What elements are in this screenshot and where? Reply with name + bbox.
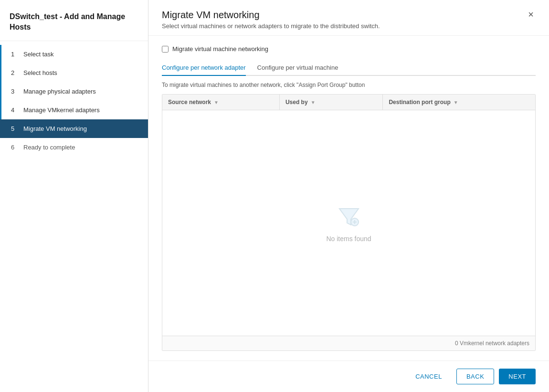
sidebar-nav: 1 Select task 2 Select hosts 3 Manage ph…: [0, 41, 148, 157]
step-num-5: 5: [11, 125, 19, 132]
instruction-text: To migrate virtual machines to another n…: [162, 82, 536, 88]
sidebar-title: DSwitch_test - Add and Manage Hosts: [0, 0, 148, 41]
modal-title: Migrate VM networking: [162, 10, 380, 21]
col-label-dest: Destination port group: [389, 99, 450, 106]
column-used-by: Used by ▼: [280, 95, 383, 110]
cancel-button[interactable]: CANCEL: [406, 369, 452, 384]
step-num-4: 4: [11, 106, 19, 114]
sidebar-item-select-hosts[interactable]: 2 Select hosts: [0, 64, 148, 82]
empty-state-text: No items found: [326, 235, 371, 243]
filter-icon-source[interactable]: ▼: [214, 100, 219, 105]
migrate-vm-checkbox[interactable]: [162, 46, 169, 53]
modal-footer: CANCEL BACK NEXT: [148, 360, 549, 392]
sidebar-item-ready[interactable]: 6 Ready to complete: [0, 138, 148, 157]
sidebar-item-label-4: Manage VMkernel adapters: [23, 106, 100, 114]
sidebar-item-manage-vmkernel[interactable]: 4 Manage VMkernel adapters: [0, 101, 148, 119]
main-window: DSwitch_test - Add and Manage Hosts 1 Se…: [0, 0, 549, 392]
column-destination-port-group: Destination port group ▼: [383, 95, 535, 110]
sidebar-item-migrate-vm[interactable]: 5 Migrate VM networking: [0, 119, 148, 138]
table-header: Source network ▼ Used by ▼ Destination p…: [162, 95, 535, 110]
table-footer: 0 Vmkernel network adapters: [162, 336, 535, 350]
close-button[interactable]: ×: [526, 10, 536, 19]
sidebar-item-label-5: Migrate VM networking: [23, 125, 87, 132]
col-label-source: Source network: [168, 99, 211, 106]
next-button[interactable]: NEXT: [499, 369, 536, 384]
migrate-vm-checkbox-label[interactable]: Migrate virtual machine networking: [172, 45, 268, 53]
sidebar-item-label-3: Manage physical adapters: [23, 88, 96, 95]
modal-header-text: Migrate VM networking Select virtual mac…: [162, 10, 380, 30]
tabs-container: Configure per network adapter Configure …: [162, 60, 536, 76]
col-label-usedby: Used by: [285, 99, 308, 106]
step-num-6: 6: [11, 144, 19, 151]
sidebar-item-select-task[interactable]: 1 Select task: [0, 45, 148, 64]
step-num-2: 2: [11, 69, 19, 76]
checkbox-row: Migrate virtual machine networking: [162, 45, 536, 53]
sidebar-item-label-2: Select hosts: [23, 69, 57, 76]
content-area: Migrate VM networking Select virtual mac…: [148, 0, 549, 392]
sidebar: DSwitch_test - Add and Manage Hosts 1 Se…: [0, 0, 148, 392]
back-button[interactable]: BACK: [456, 369, 494, 384]
step-num-3: 3: [11, 88, 19, 95]
filter-icon-usedby[interactable]: ▼: [311, 100, 316, 105]
table-body-empty: No items found: [162, 110, 535, 336]
sidebar-item-label-1: Select task: [23, 51, 54, 58]
step-num-1: 1: [11, 51, 19, 58]
sidebar-item-label-6: Ready to complete: [23, 144, 75, 151]
empty-state-icon: [337, 204, 361, 230]
tab-per-network-adapter[interactable]: Configure per network adapter: [162, 60, 246, 76]
sidebar-item-manage-physical[interactable]: 3 Manage physical adapters: [0, 82, 148, 101]
tab-per-virtual-machine[interactable]: Configure per virtual machine: [257, 60, 338, 76]
table-container: Source network ▼ Used by ▼ Destination p…: [162, 94, 536, 351]
modal-header: Migrate VM networking Select virtual mac…: [148, 0, 549, 36]
modal-body: Migrate virtual machine networking Confi…: [148, 36, 549, 360]
column-source-network: Source network ▼: [162, 95, 280, 110]
modal-subtitle: Select virtual machines or network adapt…: [162, 22, 380, 30]
filter-icon-dest[interactable]: ▼: [454, 100, 458, 105]
